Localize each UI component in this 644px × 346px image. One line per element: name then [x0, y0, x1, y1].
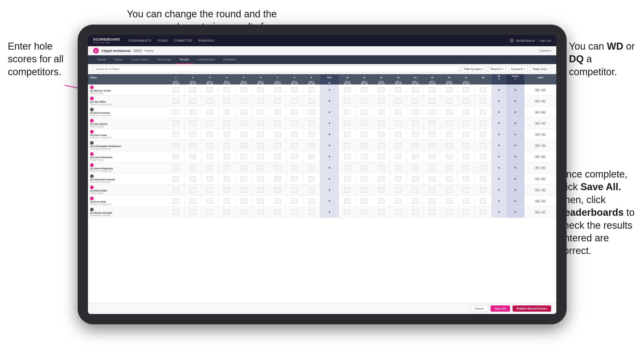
score-input-h11-player-11[interactable] [361, 210, 367, 215]
score-input-h4-player-0[interactable] [224, 87, 230, 93]
dq-btn-player-7[interactable]: DQ [541, 166, 546, 170]
score-input-h12-player-4[interactable] [378, 132, 384, 137]
score-h15-player-3[interactable] [424, 118, 440, 129]
score-input-h7-player-5[interactable] [275, 143, 281, 148]
score-input-h7-player-4[interactable] [275, 132, 281, 137]
score-h18-player-6[interactable] [475, 151, 491, 162]
score-h6-player-11[interactable] [252, 207, 269, 218]
wd-btn-player-3[interactable]: WD [535, 122, 540, 125]
score-h5-player-11[interactable] [235, 207, 252, 218]
score-h2-player-11[interactable] [184, 207, 201, 218]
score-h6-player-1[interactable] [252, 96, 269, 107]
score-h7-player-9[interactable] [269, 184, 286, 196]
score-h12-player-3[interactable] [373, 118, 390, 129]
score-h7-player-0[interactable] [269, 84, 286, 96]
score-input-h5-player-2[interactable] [241, 110, 247, 115]
score-h16-player-1[interactable] [441, 96, 457, 107]
score-h5-player-4[interactable] [235, 129, 252, 140]
score-input-h1-player-5[interactable] [173, 143, 179, 148]
score-input-h8-player-3[interactable] [291, 121, 298, 126]
wd-btn-player-6[interactable]: WD [535, 155, 540, 158]
dq-btn-player-6[interactable]: DQ [541, 155, 546, 158]
score-h5-player-3[interactable] [235, 118, 252, 129]
score-input-h14-player-2[interactable] [412, 110, 418, 115]
score-h11-player-5[interactable] [356, 140, 373, 151]
score-h3-player-7[interactable] [201, 162, 218, 173]
nav-teams[interactable]: TEAMS [157, 39, 168, 42]
score-h8-player-0[interactable] [286, 84, 303, 96]
score-h15-player-7[interactable] [424, 162, 440, 173]
score-input-h14-player-1[interactable] [412, 98, 418, 104]
save-all-btn[interactable]: Save All [491, 305, 510, 312]
score-h10-player-7[interactable] [339, 162, 356, 173]
score-input-h11-player-4[interactable] [361, 132, 367, 137]
score-h1-player-0[interactable] [167, 84, 184, 96]
score-input-h6-player-11[interactable] [257, 210, 264, 215]
score-input-h2-player-8[interactable] [190, 176, 196, 181]
score-input-h11-player-3[interactable] [361, 121, 367, 126]
score-input-h7-player-8[interactable] [275, 176, 281, 181]
score-h8-player-8[interactable] [286, 173, 303, 184]
score-input-h9-player-5[interactable] [308, 143, 315, 148]
score-h16-player-2[interactable] [441, 107, 457, 118]
score-input-h2-player-9[interactable] [190, 187, 196, 193]
score-h7-player-2[interactable] [269, 107, 286, 118]
score-input-h3-player-2[interactable] [207, 110, 213, 115]
score-input-h3-player-8[interactable] [207, 176, 213, 181]
score-h2-player-3[interactable] [184, 118, 201, 129]
score-h14-player-9[interactable] [407, 184, 424, 196]
score-h8-player-3[interactable] [286, 118, 303, 129]
score-h13-player-5[interactable] [390, 140, 406, 151]
dq-btn-player-8[interactable]: DQ [541, 177, 546, 181]
score-h6-player-7[interactable] [252, 162, 269, 173]
score-input-h14-player-8[interactable] [412, 176, 418, 181]
score-input-h13-player-0[interactable] [395, 87, 401, 93]
score-input-h11-player-6[interactable] [361, 154, 367, 159]
score-input-h17-player-9[interactable] [463, 187, 469, 193]
score-h6-player-5[interactable] [252, 140, 269, 151]
score-input-h17-player-10[interactable] [463, 198, 469, 204]
score-input-h5-player-11[interactable] [241, 210, 247, 215]
score-h1-player-4[interactable] [167, 129, 184, 140]
score-input-h9-player-8[interactable] [308, 176, 315, 181]
score-input-h10-player-6[interactable] [344, 154, 350, 159]
score-h10-player-11[interactable] [339, 207, 356, 218]
score-h11-player-0[interactable] [356, 84, 373, 96]
score-h8-player-4[interactable] [286, 129, 303, 140]
score-input-h9-player-0[interactable] [308, 87, 315, 93]
score-input-h14-player-5[interactable] [412, 143, 418, 148]
score-input-h18-player-11[interactable] [480, 210, 486, 215]
score-h8-player-7[interactable] [286, 162, 303, 173]
score-h18-player-0[interactable] [475, 84, 491, 96]
score-input-h11-player-8[interactable] [361, 176, 367, 181]
score-h18-player-5[interactable] [475, 140, 491, 151]
score-h2-player-0[interactable] [184, 84, 201, 96]
score-input-h11-player-5[interactable] [361, 143, 367, 148]
score-input-h4-player-9[interactable] [224, 187, 230, 193]
score-h13-player-6[interactable] [390, 151, 406, 162]
score-input-h12-player-1[interactable] [378, 98, 384, 104]
score-h9-player-8[interactable] [303, 173, 320, 184]
score-input-h1-player-10[interactable] [173, 198, 179, 204]
dq-btn-player-5[interactable]: DQ [541, 144, 546, 147]
score-input-h6-player-8[interactable] [257, 176, 264, 181]
score-input-h16-player-6[interactable] [446, 154, 452, 159]
wd-btn-player-1[interactable]: WD [535, 99, 540, 103]
totals-only-toggle[interactable]: Totals Only ▾ [530, 66, 551, 72]
wd-btn-player-9[interactable]: WD [535, 188, 540, 192]
score-input-h1-player-4[interactable] [173, 132, 179, 137]
score-input-h5-player-6[interactable] [241, 154, 247, 159]
score-h8-player-9[interactable] [286, 184, 303, 196]
score-h18-player-9[interactable] [475, 184, 491, 196]
cancel-tournament-btn[interactable]: Cancel X [539, 49, 551, 52]
score-input-h4-player-4[interactable] [224, 132, 230, 137]
score-h17-player-5[interactable] [457, 140, 474, 151]
score-input-h14-player-9[interactable] [412, 187, 418, 193]
score-h1-player-7[interactable] [167, 162, 184, 173]
score-input-h8-player-9[interactable] [291, 187, 298, 193]
score-h10-player-9[interactable] [339, 184, 356, 196]
score-input-h6-player-0[interactable] [257, 87, 264, 93]
score-h3-player-1[interactable] [201, 96, 218, 107]
score-input-h13-player-5[interactable] [395, 143, 401, 148]
score-input-h18-player-0[interactable] [480, 87, 486, 93]
